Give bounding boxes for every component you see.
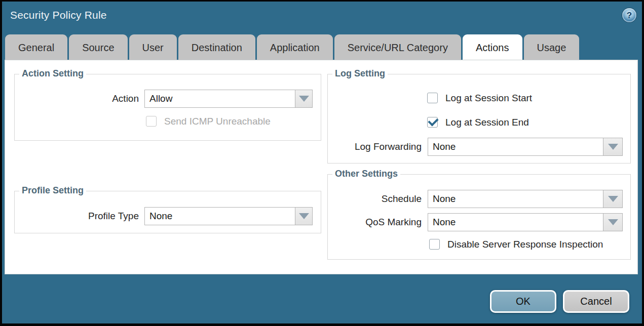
action-dropdown[interactable]: Allow <box>144 90 313 108</box>
tab-service-url-category[interactable]: Service/URL Category <box>334 34 461 60</box>
tab-source[interactable]: Source <box>69 34 127 60</box>
schedule-dropdown[interactable]: None <box>428 190 623 208</box>
log-forwarding-dropdown[interactable]: None <box>428 138 623 156</box>
tab-destination[interactable]: Destination <box>178 34 255 60</box>
log-at-session-start-label[interactable]: Log at Session Start <box>445 92 532 104</box>
schedule-dropdown-button[interactable] <box>603 190 623 208</box>
send-icmp-unreachable-checkbox <box>146 116 157 127</box>
profile-type-dropdown[interactable]: None <box>144 207 313 225</box>
tab-general[interactable]: General <box>5 34 67 60</box>
action-dropdown-value[interactable]: Allow <box>144 90 295 108</box>
qos-marking-dropdown[interactable]: None <box>428 213 623 231</box>
log-forwarding-label: Log Forwarding <box>328 138 422 156</box>
tab-usage[interactable]: Usage <box>524 34 580 60</box>
tab-actions[interactable]: Actions <box>463 34 522 60</box>
chevron-down-icon <box>608 219 618 225</box>
tab-bar: General Source User Destination Applicat… <box>5 34 579 60</box>
profile-type-dropdown-value[interactable]: None <box>144 207 295 225</box>
tab-content-panel: Action Setting Action Allow Send ICMP Un… <box>5 60 638 274</box>
action-setting-legend: Action Setting <box>19 68 86 79</box>
qos-marking-dropdown-value[interactable]: None <box>428 213 603 231</box>
other-settings-legend: Other Settings <box>332 169 400 179</box>
ok-button[interactable]: OK <box>490 290 556 313</box>
security-policy-rule-dialog: Security Policy Rule ? General Source Us… <box>2 2 642 323</box>
cancel-button[interactable]: Cancel <box>563 290 629 313</box>
action-setting-group: Action Setting Action Allow Send ICMP Un… <box>14 74 321 141</box>
dialog-title: Security Policy Rule <box>10 9 107 21</box>
chevron-down-icon <box>608 144 618 150</box>
log-setting-legend: Log Setting <box>332 68 388 79</box>
log-at-session-start-checkbox[interactable] <box>427 93 438 103</box>
qos-marking-label: QoS Marking <box>328 213 422 231</box>
log-at-session-end-label[interactable]: Log at Session End <box>445 116 529 128</box>
log-at-session-end-checkbox[interactable] <box>427 117 438 128</box>
log-forwarding-dropdown-button[interactable] <box>603 138 623 156</box>
profile-type-dropdown-button[interactable] <box>295 207 313 225</box>
profile-type-label: Profile Type <box>15 207 139 225</box>
screen: Security Policy Rule ? General Source Us… <box>0 0 644 326</box>
disable-server-response-inspection-checkbox[interactable] <box>429 239 440 250</box>
profile-setting-legend: Profile Setting <box>19 185 86 196</box>
disable-server-response-inspection-label[interactable]: Disable Server Response Inspection <box>447 238 603 250</box>
chevron-down-icon <box>299 96 309 102</box>
log-setting-group: Log Setting Log at Session Start Log at … <box>327 74 631 164</box>
chevron-down-icon <box>299 213 309 219</box>
schedule-label: Schedule <box>328 190 422 208</box>
send-icmp-unreachable-label: Send ICMP Unreachable <box>164 115 271 127</box>
log-forwarding-dropdown-value[interactable]: None <box>428 138 603 156</box>
chevron-down-icon <box>608 196 618 202</box>
action-label: Action <box>15 90 139 108</box>
schedule-dropdown-value[interactable]: None <box>428 190 603 208</box>
tab-application[interactable]: Application <box>257 34 333 60</box>
qos-marking-dropdown-button[interactable] <box>603 213 623 231</box>
tab-user[interactable]: User <box>129 34 177 60</box>
action-dropdown-button[interactable] <box>295 90 313 108</box>
other-settings-group: Other Settings Schedule None QoS Marking… <box>327 174 631 260</box>
profile-setting-group: Profile Setting Profile Type None <box>14 191 321 233</box>
help-icon[interactable]: ? <box>622 8 636 22</box>
